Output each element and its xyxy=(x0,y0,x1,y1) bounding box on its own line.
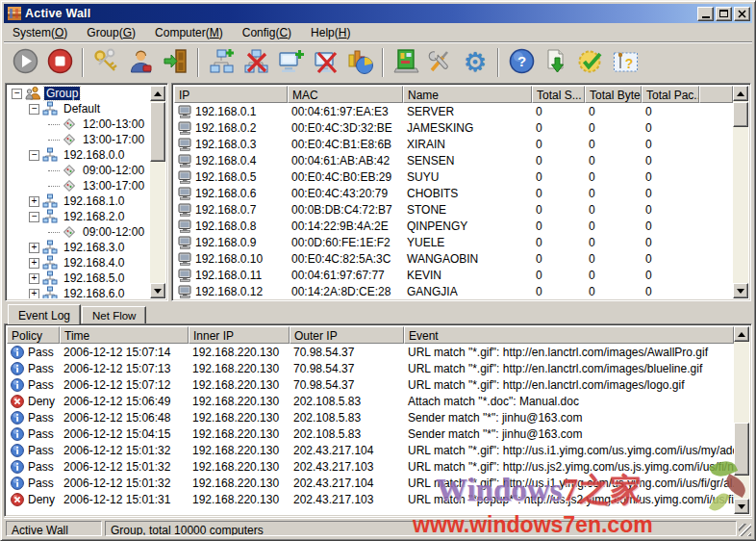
collapse-icon[interactable]: − xyxy=(29,212,39,222)
column-header-ip[interactable]: IP xyxy=(174,86,288,103)
stop-button[interactable] xyxy=(42,46,77,79)
computers-scrollbar[interactable] xyxy=(733,86,748,298)
tab-net-flow[interactable]: Net Flow xyxy=(82,306,146,323)
tree-item-12-00-13-00[interactable]: 12:00-13:00 xyxy=(8,116,150,132)
tree-item-09-00-12-00[interactable]: 09:00-12:00 xyxy=(8,224,150,240)
add-computer-button[interactable] xyxy=(273,46,308,79)
administrator-button[interactable] xyxy=(123,46,158,79)
column-header-name[interactable]: Name xyxy=(403,86,532,103)
column-header-total-pac[interactable]: Total Pac... xyxy=(642,86,699,103)
tree-item-192-168-5-0[interactable]: +192.168.5.0 xyxy=(8,270,150,286)
help-button[interactable]: ? xyxy=(504,46,539,79)
settings-button[interactable]: ⚙ xyxy=(458,46,492,79)
menu-item-group[interactable]: Group(G) xyxy=(80,24,142,41)
list-item[interactable]: Deny2006-12-12 15:06:49192.168.220.13020… xyxy=(7,393,734,409)
adapter-button[interactable] xyxy=(389,46,423,79)
list-item[interactable]: Pass2006-12-12 15:06:48192.168.220.13020… xyxy=(7,409,734,425)
tree-item-13-00-17-00[interactable]: 13:00-17:00 xyxy=(8,178,150,193)
list-item[interactable]: Pass2006-12-12 15:04:15192.168.220.13020… xyxy=(7,425,734,442)
tree-item-192-168-0-0[interactable]: −192.168.0.0 xyxy=(8,147,150,163)
tree-item-192-168-6-0[interactable]: +192.168.6.0 xyxy=(8,286,150,298)
list-item[interactable]: Pass2006-12-12 15:07:14192.168.220.13070… xyxy=(7,344,734,360)
total_byte-cell: 0 xyxy=(585,236,642,249)
tools-button[interactable] xyxy=(423,46,458,79)
scroll-down-icon[interactable] xyxy=(733,283,748,298)
license-button[interactable] xyxy=(573,46,608,79)
expand-icon[interactable]: + xyxy=(29,289,39,299)
statistics-button[interactable] xyxy=(342,46,377,79)
expand-icon[interactable]: + xyxy=(29,196,39,207)
maximize-button[interactable] xyxy=(716,7,732,21)
table-row[interactable]: 192.168.0.1200:14:2A:8D:CE:28GANGJIA000 xyxy=(174,283,733,298)
column-header-time[interactable]: Time xyxy=(60,326,189,344)
start-button[interactable] xyxy=(8,46,42,79)
collapse-icon[interactable]: − xyxy=(29,104,39,115)
about-button[interactable]: ? xyxy=(608,46,643,79)
tree-item-group[interactable]: −Group xyxy=(8,86,150,101)
column-header-total-s[interactable]: Total S... xyxy=(532,86,585,103)
list-item[interactable]: Pass2006-12-12 15:01:32192.168.220.13020… xyxy=(7,442,734,458)
mac-cell: 00:0B:DB:C4:72:B7 xyxy=(288,203,403,217)
table-row[interactable]: 192.168.0.300:E0:4C:B1:E8:6BXIRAIN000 xyxy=(174,136,733,152)
tree-item-192-168-4-0[interactable]: +192.168.4.0 xyxy=(8,255,150,270)
table-row[interactable]: 192.168.0.600:E0:4C:43:20:79CHOBITS000 xyxy=(174,185,733,201)
play-icon xyxy=(12,47,39,78)
scroll-down-icon[interactable] xyxy=(150,283,165,298)
column-header-mac[interactable]: MAC xyxy=(288,86,403,103)
expand-icon[interactable]: + xyxy=(29,243,39,253)
expand-icon[interactable]: + xyxy=(29,273,39,284)
delete-group-button[interactable] xyxy=(239,46,273,79)
delete-computer-button[interactable] xyxy=(308,46,342,79)
computer-icon xyxy=(178,269,192,282)
menu-item-computer[interactable]: Computer(M) xyxy=(148,24,230,41)
collapse-icon[interactable]: − xyxy=(29,150,39,161)
scroll-up-icon[interactable] xyxy=(734,326,749,342)
table-row[interactable]: 192.168.0.1100:04:61:97:67:77KEVIN000 xyxy=(174,267,733,283)
list-item[interactable]: Pass2006-12-12 15:07:12192.168.220.13070… xyxy=(7,376,734,393)
scroll-up-icon[interactable] xyxy=(150,86,165,101)
tree-scrollbar[interactable] xyxy=(150,86,165,298)
outer_ip-cell: 70.98.54.37 xyxy=(290,378,404,392)
tree-item-13-00-17-00[interactable]: 13:00-17:00 xyxy=(8,132,150,147)
table-row[interactable]: 192.168.0.100:04:61:97:EA:E3SERVER000 xyxy=(174,103,733,119)
list-item[interactable]: Pass2006-12-12 15:01:32192.168.220.13020… xyxy=(7,475,734,491)
table-row[interactable]: 192.168.0.700:0B:DB:C4:72:B7STONE000 xyxy=(174,201,733,218)
table-row[interactable]: 192.168.0.200:E0:4C:3D:32:BEJAMESKING000 xyxy=(174,119,733,136)
scrollbar-thumb[interactable] xyxy=(733,102,748,127)
update-button[interactable] xyxy=(539,46,573,79)
expand-icon[interactable]: + xyxy=(29,258,39,269)
menu-item-help[interactable]: Help(H) xyxy=(304,24,357,41)
table-row[interactable]: 192.168.0.1000:E0:4C:82:5A:3CWANGAOBIN00… xyxy=(174,250,733,267)
table-row[interactable]: 192.168.0.500:E0:4C:B0:EB:29SUYU000 xyxy=(174,168,733,185)
password-keys-button[interactable] xyxy=(88,46,123,79)
minimize-button[interactable] xyxy=(697,7,714,21)
collapse-icon[interactable]: − xyxy=(12,89,22,99)
list-item[interactable]: Deny2006-12-12 15:01:31192.168.220.13020… xyxy=(7,491,734,507)
resize-grip[interactable] xyxy=(739,524,751,536)
column-header-outer-ip[interactable]: Outer IP xyxy=(290,326,404,344)
tree-item-192-168-2-0[interactable]: −192.168.2.0 xyxy=(8,209,150,224)
ip-cell: 192.168.0.1 xyxy=(174,105,288,118)
scroll-up-icon[interactable] xyxy=(733,86,748,101)
tree-item-09-00-12-00[interactable]: 09:00-12:00 xyxy=(8,163,150,178)
tab-event-log[interactable]: Event Log xyxy=(8,304,81,324)
scroll-down-icon[interactable] xyxy=(734,499,749,514)
menu-item-config[interactable]: Config(C) xyxy=(236,24,298,41)
add-group-button[interactable] xyxy=(204,46,239,79)
menu-item-system[interactable]: System(O) xyxy=(6,24,74,41)
logout-button[interactable] xyxy=(158,46,192,79)
column-header-total-byte[interactable]: Total Byte xyxy=(585,86,642,103)
close-button[interactable] xyxy=(734,7,750,21)
table-row[interactable]: 192.168.0.800:14:22:9B:4A:2EQINPENGY000 xyxy=(174,218,733,234)
list-item[interactable]: Pass2006-12-12 15:07:13192.168.220.13070… xyxy=(7,360,734,376)
column-header-event[interactable]: Event xyxy=(404,326,734,344)
column-header-inner-ip[interactable]: Inner IP xyxy=(189,326,290,344)
tree-item-192-168-1-0[interactable]: +192.168.1.0 xyxy=(8,193,150,209)
table-row[interactable]: 192.168.0.900:0D:60:FE:1E:F2YUELE000 xyxy=(174,234,733,250)
tree-item-192-168-3-0[interactable]: +192.168.3.0 xyxy=(8,240,150,255)
column-header-policy[interactable]: Policy xyxy=(7,326,60,344)
tree-item-default[interactable]: −Default xyxy=(8,101,150,116)
list-item[interactable]: Pass2006-12-12 15:01:32192.168.220.13020… xyxy=(7,458,734,475)
table-row[interactable]: 192.168.0.400:04:61:AB:AB:42SENSEN000 xyxy=(174,152,733,168)
scrollbar-thumb[interactable] xyxy=(150,102,165,162)
